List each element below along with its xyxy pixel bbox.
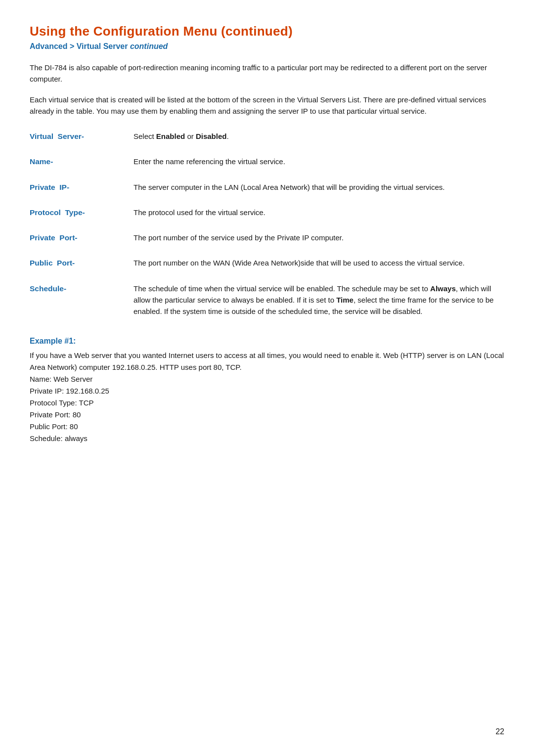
intro-paragraph-2: Each virtual service that is created wil… xyxy=(30,94,504,117)
term-private-ip: Private IP- xyxy=(30,181,134,193)
definition-row-virtual-server: Virtual Server- Select Enabled or Disabl… xyxy=(30,126,504,147)
definition-row-name: Name- Enter the name referencing the vir… xyxy=(30,151,504,172)
definition-row-schedule: Schedule- The schedule of time when the … xyxy=(30,278,504,322)
term-protocol-type: Protocol Type- xyxy=(30,207,134,218)
desc-public-port: The port number on the WAN (Wide Area Ne… xyxy=(134,257,504,268)
page-number: 22 xyxy=(495,727,504,736)
breadcrumb-text: Advanced > Virtual Server xyxy=(30,42,130,50)
page-container: Using the Configuration Menu (continued)… xyxy=(0,0,534,474)
breadcrumb: Advanced > Virtual Server continued xyxy=(30,42,504,51)
definition-table: Virtual Server- Select Enabled or Disabl… xyxy=(30,126,504,322)
term-public-port: Public Port- xyxy=(30,257,134,268)
desc-protocol-type: The protocol used for the virtual servic… xyxy=(134,207,504,218)
desc-private-ip: The server computer in the LAN (Local Ar… xyxy=(134,181,504,193)
intro-paragraph-1: The DI-784 is also capable of port-redir… xyxy=(30,62,504,85)
term-private-port: Private Port- xyxy=(30,232,134,243)
definition-row-public-port: Public Port- The port number on the WAN … xyxy=(30,252,504,273)
desc-private-port: The port number of the service used by t… xyxy=(134,232,504,243)
term-name: Name- xyxy=(30,156,134,167)
breadcrumb-italic: continued xyxy=(130,42,168,50)
term-schedule: Schedule- xyxy=(30,283,134,294)
page-title: Using the Configuration Menu (continued) xyxy=(30,24,504,39)
term-virtual-server: Virtual Server- xyxy=(30,131,134,142)
example-text: If you have a Web server that you wanted… xyxy=(30,350,504,445)
definition-row-private-ip: Private IP- The server computer in the L… xyxy=(30,177,504,198)
example-section: Example #1: If you have a Web server tha… xyxy=(30,337,504,445)
definition-row-private-port: Private Port- The port number of the ser… xyxy=(30,227,504,248)
desc-name: Enter the name referencing the virtual s… xyxy=(134,156,504,167)
example-title: Example #1: xyxy=(30,337,504,346)
desc-virtual-server: Select Enabled or Disabled. xyxy=(134,131,504,142)
definition-row-protocol-type: Protocol Type- The protocol used for the… xyxy=(30,202,504,223)
desc-schedule: The schedule of time when the virtual se… xyxy=(134,283,504,317)
